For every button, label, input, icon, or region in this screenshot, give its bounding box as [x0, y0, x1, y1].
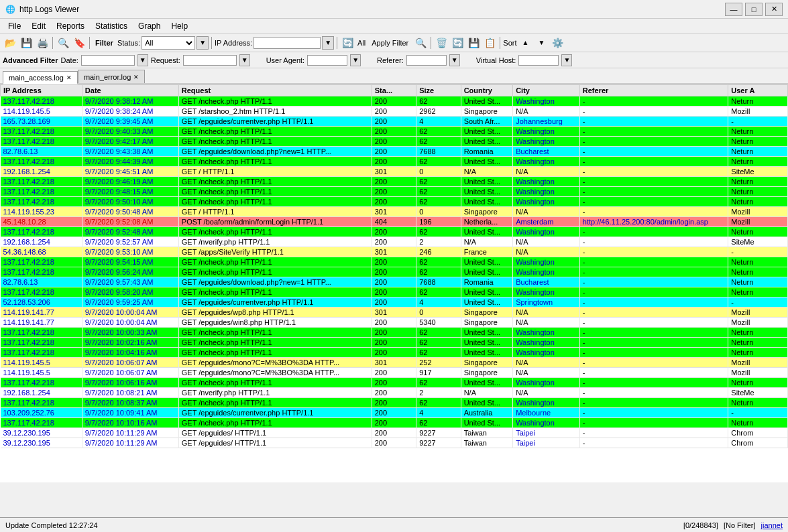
table-row[interactable]: 137.117.42.2189/7/2020 10:08:37 AMGET /n…: [1, 398, 788, 408]
maximize-button[interactable]: □: [745, 3, 763, 16]
table-row[interactable]: 54.36.148.689/7/2020 9:53:10 AMGET /apps…: [1, 247, 788, 257]
tab-main-error[interactable]: main_error.log ✕: [78, 70, 145, 83]
request-input[interactable]: [183, 55, 237, 66]
sort-config-btn[interactable]: ⚙️: [550, 36, 565, 50]
table-row[interactable]: 192.168.1.2549/7/2020 10:08:21 AMGET /nv…: [1, 388, 788, 398]
table-row[interactable]: 82.78.6.139/7/2020 9:57:43 AMGET /epguid…: [1, 277, 788, 287]
cell-useragent: Chrom: [728, 438, 788, 448]
col-header-referer[interactable]: Referer: [579, 85, 728, 96]
menu-file[interactable]: File: [3, 20, 26, 32]
table-row[interactable]: 39.12.230.1959/7/2020 10:11:29 AMGET /ep…: [1, 438, 788, 448]
table-row[interactable]: 137.117.42.2189/7/2020 10:02:16 AMGET /n…: [1, 338, 788, 348]
cell-size: 0: [416, 167, 461, 177]
col-header-size[interactable]: Size: [416, 85, 461, 96]
date-input[interactable]: [81, 55, 135, 66]
log-table-container[interactable]: IP Address Date Request Sta... Size Coun…: [0, 84, 788, 482]
table-row[interactable]: 137.117.42.2189/7/2020 10:00:33 AMGET /n…: [1, 328, 788, 338]
close-button[interactable]: ✕: [765, 3, 783, 16]
table-row[interactable]: 137.117.42.2189/7/2020 9:40:33 AMGET /nc…: [1, 127, 788, 137]
cell-ip: 103.209.252.76: [1, 408, 82, 418]
table-row[interactable]: 137.117.42.2189/7/2020 10:06:16 AMGET /n…: [1, 378, 788, 388]
table-row[interactable]: 165.73.28.1699/7/2020 9:39:45 AMGET /epg…: [1, 117, 788, 127]
save2-btn[interactable]: 💾: [466, 36, 481, 50]
menu-reports[interactable]: Reports: [51, 20, 90, 32]
cell-referer: -: [579, 257, 728, 267]
minimize-button[interactable]: —: [725, 3, 742, 16]
tab-main-access-close[interactable]: ✕: [66, 74, 72, 81]
table-row[interactable]: 52.128.53.2069/7/2020 9:59:25 AMGET /epg…: [1, 297, 788, 308]
copy-btn[interactable]: 📋: [482, 36, 497, 50]
table-row[interactable]: 114.119.145.59/7/2020 10:06:07 AMGET /ep…: [1, 358, 788, 368]
col-header-ip[interactable]: IP Address: [1, 85, 82, 96]
table-row[interactable]: 114.119.141.779/7/2020 10:00:04 AMGET /e…: [1, 318, 788, 328]
table-row[interactable]: 137.117.42.2189/7/2020 9:56:24 AMGET /nc…: [1, 267, 788, 277]
bookmark-button[interactable]: 🔖: [72, 36, 87, 50]
print-button[interactable]: 🖨️: [35, 36, 50, 50]
table-row[interactable]: 137.117.42.2189/7/2020 9:38:12 AMGET /nc…: [1, 96, 788, 107]
useragent-input[interactable]: [307, 55, 347, 66]
table-row[interactable]: 137.117.42.2189/7/2020 10:04:16 AMGET /n…: [1, 348, 788, 358]
apply-filter-btn[interactable]: Apply Filter: [368, 36, 412, 50]
table-row[interactable]: 137.117.42.2189/7/2020 9:48:15 AMGET /nc…: [1, 187, 788, 197]
table-row[interactable]: 137.117.42.2189/7/2020 9:50:10 AMGET /nc…: [1, 197, 788, 207]
refresh2-btn[interactable]: 🔄: [450, 36, 465, 50]
cell-request: GET /ncheck.php HTTP/1.1: [178, 398, 372, 408]
col-header-date[interactable]: Date: [82, 85, 178, 96]
col-header-country[interactable]: Country: [461, 85, 513, 96]
cell-referer: -: [579, 157, 728, 167]
menu-statistics[interactable]: Statistics: [90, 20, 133, 32]
find-button[interactable]: 🔍: [56, 36, 70, 50]
table-row[interactable]: 137.117.42.2189/7/2020 9:42:17 AMGET /nc…: [1, 137, 788, 147]
status-combo[interactable]: All 200 301 404: [142, 36, 195, 50]
sort-desc-btn[interactable]: ▼: [534, 36, 549, 50]
cell-date: 9/7/2020 9:42:17 AM: [82, 137, 178, 147]
table-row[interactable]: 137.117.42.2189/7/2020 10:10:16 AMGET /n…: [1, 418, 788, 428]
referer-combo-btn[interactable]: ▼: [449, 54, 460, 66]
refresh-btn[interactable]: 🔄: [340, 36, 355, 50]
table-row[interactable]: 103.209.252.769/7/2020 10:09:41 AMGET /e…: [1, 408, 788, 418]
menu-graph[interactable]: Graph: [133, 20, 166, 32]
clear-btn[interactable]: 🗑️: [434, 36, 449, 50]
table-row[interactable]: 114.119.145.59/7/2020 9:38:24 AMGET /sta…: [1, 107, 788, 117]
cell-request: GET /ncheck.php HTTP/1.1: [178, 157, 372, 167]
cell-ip: 114.119.155.23: [1, 207, 82, 217]
col-header-request[interactable]: Request: [178, 85, 372, 96]
cell-date: 9/7/2020 9:46:19 AM: [82, 177, 178, 187]
table-row[interactable]: 39.12.230.1959/7/2020 10:11:29 AMGET /ep…: [1, 428, 788, 438]
table-row[interactable]: 137.117.42.2189/7/2020 9:52:48 AMGET /nc…: [1, 227, 788, 237]
cell-status: 200: [372, 177, 416, 187]
sort-asc-btn[interactable]: ▲: [518, 36, 532, 50]
tab-main-error-close[interactable]: ✕: [133, 74, 139, 80]
open-button[interactable]: 📂: [3, 36, 17, 50]
menu-edit[interactable]: Edit: [26, 20, 51, 32]
menu-help[interactable]: Help: [166, 20, 193, 32]
ip-combo-btn[interactable]: ▼: [322, 36, 334, 50]
ip-input[interactable]: [254, 37, 321, 49]
save-button[interactable]: 💾: [19, 36, 34, 50]
table-row[interactable]: 137.117.42.2189/7/2020 9:46:19 AMGET /nc…: [1, 177, 788, 187]
date-combo-btn[interactable]: ▼: [137, 54, 148, 66]
table-row[interactable]: 114.119.155.239/7/2020 9:50:48 AMGET / H…: [1, 207, 788, 217]
filter-icon-btn[interactable]: 🔍: [413, 36, 428, 50]
referer-input[interactable]: [406, 55, 447, 66]
tab-main-access[interactable]: main_access.log ✕: [3, 71, 78, 84]
useragent-combo-btn[interactable]: ▼: [350, 54, 361, 66]
virtualhost-combo-btn[interactable]: ▼: [561, 54, 572, 66]
table-row[interactable]: 192.168.1.2549/7/2020 9:52:57 AMGET /nve…: [1, 237, 788, 247]
col-header-status[interactable]: Sta...: [372, 85, 416, 96]
table-row[interactable]: 137.117.42.2189/7/2020 9:54:15 AMGET /nc…: [1, 257, 788, 267]
table-row[interactable]: 137.117.42.2189/7/2020 9:58:20 AMGET /nc…: [1, 287, 788, 297]
request-label: Request:: [151, 56, 180, 64]
table-row[interactable]: 137.117.42.2189/7/2020 9:44:39 AMGET /nc…: [1, 157, 788, 167]
table-row[interactable]: 114.119.141.779/7/2020 10:00:04 AMGET /e…: [1, 308, 788, 318]
virtualhost-input[interactable]: [518, 55, 559, 66]
cell-ip: 137.117.42.218: [1, 257, 82, 267]
table-row[interactable]: 82.78.6.139/7/2020 9:43:38 AMGET /epguid…: [1, 147, 788, 157]
col-header-city[interactable]: City: [513, 85, 580, 96]
table-row[interactable]: 45.148.10.289/7/2020 9:52:08 AMPOST /boa…: [1, 217, 788, 227]
table-row[interactable]: 192.168.1.2549/7/2020 9:45:51 AMGET / HT…: [1, 167, 788, 177]
col-header-useragent[interactable]: User A: [728, 85, 788, 96]
request-combo-btn[interactable]: ▼: [239, 54, 250, 66]
status-combo-btn[interactable]: ▼: [196, 36, 209, 50]
table-row[interactable]: 114.119.145.59/7/2020 10:06:07 AMGET /ep…: [1, 368, 788, 378]
